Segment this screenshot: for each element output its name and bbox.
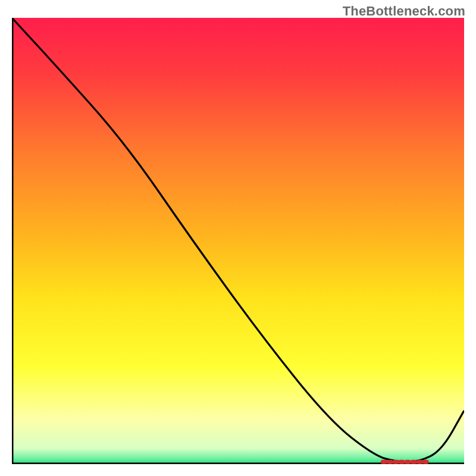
watermark-label: TheBottleneck.com xyxy=(343,4,465,19)
plot-svg xyxy=(12,18,464,464)
gradient-background xyxy=(12,18,464,464)
plot-area xyxy=(12,18,464,464)
chart-root: TheBottleneck.com xyxy=(0,0,476,476)
